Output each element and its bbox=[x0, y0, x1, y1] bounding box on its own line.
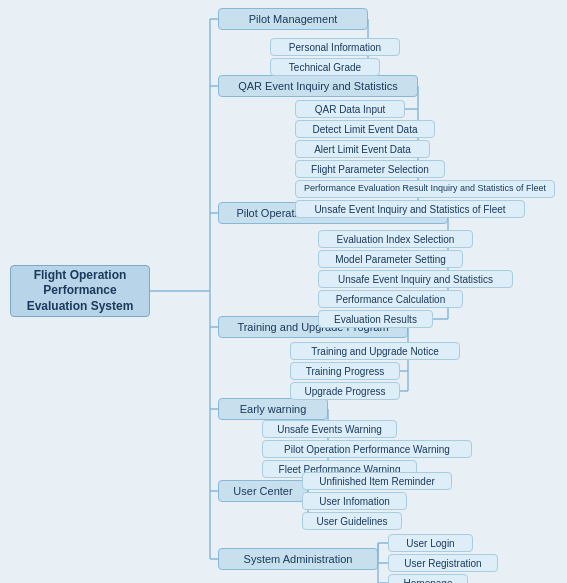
mind-map: Flight Operation Performance Evaluation … bbox=[0, 0, 567, 583]
l2-unsafe-inquiry: Unsafe Event Inquiry and Statistics bbox=[318, 270, 513, 288]
l2-homepage: Homepage bbox=[388, 574, 468, 583]
l2-user-login: User Login bbox=[388, 534, 473, 552]
l2-perf-calc: Performance Calculation bbox=[318, 290, 463, 308]
l2-personal-info: Personal Information bbox=[270, 38, 400, 56]
l1-user-center: User Center bbox=[218, 480, 308, 502]
l2-unsafe-warn: Unsafe Events Warning bbox=[262, 420, 397, 438]
l2-qar-data: QAR Data Input bbox=[295, 100, 405, 118]
l2-user-guide: User Guidelines bbox=[302, 512, 402, 530]
l2-upgrade-notice: Training and Upgrade Notice bbox=[290, 342, 460, 360]
l2-user-reg: User Registration bbox=[388, 554, 498, 572]
l2-perf-eval: Performance Evaluation Result Inquiry an… bbox=[295, 180, 555, 198]
root-node: Flight Operation Performance Evaluation … bbox=[10, 265, 150, 317]
l2-eval-index: Evaluation Index Selection bbox=[318, 230, 473, 248]
l2-tech-grade: Technical Grade bbox=[270, 58, 380, 76]
l1-system-admin: System Administration bbox=[218, 548, 378, 570]
l2-alert-limit: Alert Limit Event Data bbox=[295, 140, 430, 158]
l2-unsafe-event: Unsafe Event Inquiry and Statistics of F… bbox=[295, 200, 525, 218]
l2-training-prog: Training Progress bbox=[290, 362, 400, 380]
l1-qar-event: QAR Event Inquiry and Statistics bbox=[218, 75, 418, 97]
l2-unfinished: Unfinished Item Reminder bbox=[302, 472, 452, 490]
l1-early-warning: Early warning bbox=[218, 398, 328, 420]
l2-eval-results: Evaluation Results bbox=[318, 310, 433, 328]
l2-user-info: User Infomation bbox=[302, 492, 407, 510]
l2-flight-param: Flight Parameter Selection bbox=[295, 160, 445, 178]
l2-upgrade-prog: Upgrade Progress bbox=[290, 382, 400, 400]
l1-pilot-mgmt: Pilot Management bbox=[218, 8, 368, 30]
l2-model-param: Model Parameter Setting bbox=[318, 250, 463, 268]
l2-pilot-warn: Pilot Operation Performance Warning bbox=[262, 440, 472, 458]
l2-detect-limit: Detect Limit Event Data bbox=[295, 120, 435, 138]
